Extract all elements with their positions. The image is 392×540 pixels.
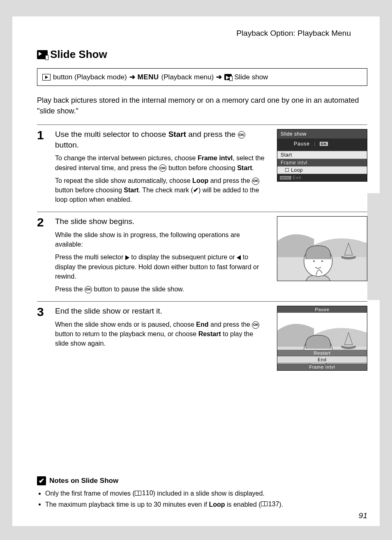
- title-text: Slide Show: [50, 48, 107, 61]
- menu-chip-icon: MENU: [280, 176, 291, 180]
- separator: [37, 301, 367, 302]
- text: Press the: [55, 286, 85, 293]
- slideshow-icon: [224, 74, 232, 80]
- playback-button-icon: [42, 74, 51, 81]
- lcd-restart-row: Restart: [277, 350, 367, 356]
- side-tab: [367, 193, 380, 300]
- text: button before choosing: [166, 164, 237, 171]
- text: The maximum playback time is up to 30 mi…: [45, 501, 209, 508]
- step-body: The slide show begins. While the slide s…: [55, 216, 266, 297]
- text: To repeat the slide show automatically, …: [55, 177, 192, 184]
- menu-label: MENU: [138, 73, 159, 81]
- note-item: The maximum playback time is up to 30 mi…: [45, 499, 351, 510]
- lcd-pause-bar: Pause: [277, 306, 367, 313]
- text-bold: Start: [168, 130, 186, 138]
- ref-number: 110: [142, 488, 153, 498]
- lcd-screenshot-1: Slide show Pause : OK Start Frame intvl …: [277, 129, 367, 208]
- slideshow-icon: [37, 50, 48, 59]
- page-ref: 110: [135, 488, 153, 498]
- lcd-row-frame-intvl: Frame intvl: [277, 159, 367, 166]
- ok-button-icon: OK: [252, 178, 259, 185]
- step-paragraph: When the slide show ends or is paused, c…: [55, 320, 266, 348]
- step-paragraph: Press the OK button to pause the slide s…: [55, 284, 266, 294]
- step-paragraph: To repeat the slide show automatically, …: [55, 176, 266, 205]
- text: and press the: [186, 130, 238, 138]
- ok-button-icon: OK: [252, 321, 259, 329]
- page-ref: 137: [261, 499, 279, 510]
- book-icon: [261, 501, 267, 506]
- step-2: 2 The slide show begins. While the slide…: [37, 216, 367, 297]
- step-paragraph: While the slide show is in progress, the…: [55, 230, 266, 249]
- text-bold: Start: [124, 187, 138, 194]
- text: .: [252, 164, 254, 171]
- step-number: 2: [37, 216, 49, 297]
- text: button before choosing: [55, 187, 124, 194]
- notes-heading: ✔ Notes on Slide Show: [37, 476, 351, 485]
- ref-number: 137: [268, 499, 279, 510]
- lcd-end-row: End: [277, 356, 367, 363]
- lcd-loop-label: Loop: [291, 167, 303, 173]
- svg-point-4: [321, 261, 323, 262]
- arrow-icon: ➔: [216, 73, 222, 81]
- ok-button-icon: OK: [159, 164, 166, 172]
- text: Press the multi selector: [55, 254, 125, 261]
- ok-button-icon: OK: [85, 286, 92, 293]
- step-heading: Use the multi selector to choose Start a…: [55, 129, 266, 150]
- text-bold: Loop: [192, 177, 208, 184]
- text: When the slide show ends or is paused, c…: [55, 321, 196, 328]
- lcd-frame-intvl-row: Frame intvl: [277, 364, 367, 370]
- step-number: 1: [37, 129, 49, 208]
- left-arrow-icon: [237, 255, 241, 260]
- separator: [37, 125, 367, 125]
- text: button.: [55, 141, 79, 149]
- separator: [37, 212, 367, 212]
- text-bold: Loop: [209, 501, 225, 508]
- text: to display the subsequent picture or: [129, 254, 237, 261]
- text-bold: End: [196, 321, 208, 328]
- lcd-pause-row: Pause : OK: [277, 138, 367, 151]
- note-item: Only the first frame of movies ( 110) in…: [45, 488, 351, 498]
- step-paragraph: To change the interval between pictures,…: [55, 153, 266, 172]
- breadcrumb-part1: button (Playback mode): [53, 73, 127, 81]
- breadcrumb-part3: Slide show: [234, 73, 268, 81]
- text: button to pause the slide show.: [92, 286, 184, 293]
- ok-chip-icon: OK: [320, 142, 328, 146]
- notes-section: ✔ Notes on Slide Show Only the first fra…: [37, 476, 351, 510]
- warning-icon: ✔: [37, 476, 46, 485]
- manual-page: Playback Option: Playback Menu Slide Sho…: [12, 16, 380, 526]
- text: and press the: [209, 321, 252, 328]
- right-arrow-icon: [125, 255, 129, 260]
- illustration-pause-menu: Pause Restart End Frame intvl: [277, 306, 367, 371]
- book-icon: [135, 491, 141, 496]
- text-bold: Frame intvl: [198, 155, 233, 162]
- text: ).: [279, 501, 283, 508]
- step-heading: End the slide show or restart it.: [55, 306, 266, 316]
- ok-button-icon: OK: [238, 131, 245, 138]
- section-header: Playback Option: Playback Menu: [37, 29, 367, 38]
- step-number: 3: [37, 306, 49, 371]
- illustration-slideshow: [277, 216, 367, 281]
- check-icon: ✔: [193, 187, 198, 194]
- step-1: 1 Use the multi selector to choose Start…: [37, 129, 367, 208]
- text-bold: Start: [237, 164, 252, 171]
- step-body: End the slide show or restart it. When t…: [55, 306, 266, 371]
- page-number: 91: [359, 511, 367, 520]
- text-bold: Restart: [198, 330, 221, 337]
- page-title: Slide Show: [37, 48, 367, 61]
- text: button to return to the playback menu, o…: [55, 330, 198, 337]
- breadcrumb-part2: (Playback menu): [161, 73, 214, 81]
- notes-heading-text: Notes on Slide Show: [49, 477, 118, 485]
- step-body: Use the multi selector to choose Start a…: [55, 129, 266, 208]
- text: is enabled (: [225, 501, 261, 508]
- lcd-pause-label: Pause: [294, 141, 310, 147]
- text: ) included in a slide show is displayed.: [153, 490, 265, 497]
- intro-text: Play back pictures stored in the interna…: [37, 95, 367, 116]
- step-paragraph: Press the multi selector to display the …: [55, 252, 266, 281]
- text: . The check mark (: [139, 187, 193, 194]
- arrow-icon: ➔: [129, 73, 135, 81]
- lcd-row-start: Start: [277, 151, 367, 159]
- lcd-row-loop: ☐ Loop: [277, 166, 367, 174]
- lcd-title: Slide show: [277, 129, 367, 138]
- text: To change the interval between pictures,…: [55, 155, 198, 162]
- step-heading: The slide show begins.: [55, 216, 266, 227]
